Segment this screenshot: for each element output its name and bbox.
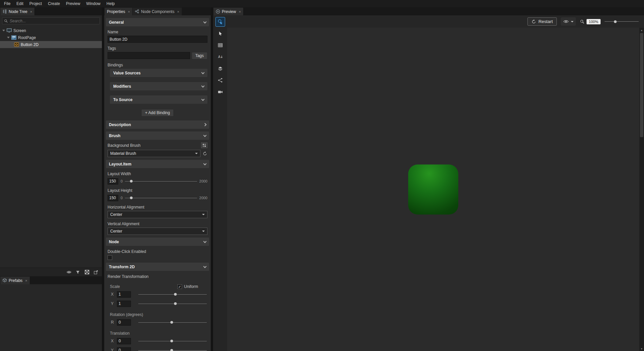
filter-funnel-icon[interactable]	[75, 269, 81, 275]
slider-thumb[interactable]	[170, 349, 173, 351]
tab-prefabs[interactable]: Prefabs ×	[0, 277, 30, 284]
tab-prefabs-close-icon[interactable]: ×	[25, 279, 27, 283]
section-transform-2d[interactable]: Transform 2D	[106, 263, 209, 271]
menu-item-window[interactable]: Window	[83, 0, 104, 7]
rotation-row: R	[111, 318, 207, 326]
scale-x-slider[interactable]	[138, 292, 207, 296]
tree-item-screen[interactable]: Screen	[0, 27, 102, 34]
layout-width-input[interactable]	[108, 178, 118, 185]
translation-x-input[interactable]	[117, 338, 131, 344]
search-input[interactable]	[10, 19, 98, 23]
scale-x-input[interactable]	[117, 291, 131, 298]
preview-canvas[interactable]	[227, 28, 639, 351]
visibility-options-button[interactable]	[561, 17, 576, 26]
checkerboard-icon[interactable]	[84, 269, 90, 275]
group-modifiers[interactable]: Modifiers	[110, 82, 207, 90]
scroll-up-icon[interactable]: ▲	[639, 28, 644, 32]
tab-node-tree[interactable]: Node Tree ×	[0, 8, 34, 15]
zoom-level-value[interactable]: 100%	[587, 19, 601, 24]
slider-thumb[interactable]	[170, 321, 173, 324]
camera-tool[interactable]	[216, 87, 225, 96]
interact-tool[interactable]	[216, 17, 225, 26]
menu-item-help[interactable]: Help	[104, 0, 118, 7]
tree-item-rootpage[interactable]: RootPage	[0, 34, 102, 41]
section-layout-item[interactable]: Layout.Item	[106, 160, 209, 168]
vertical-alignment-dropdown[interactable]: Center	[108, 228, 207, 235]
panel-splitter[interactable]	[211, 7, 213, 351]
zoom-controls: 100%	[580, 19, 601, 24]
add-binding-button[interactable]: + Add Binding	[141, 109, 173, 116]
layout-width-label: Layout Width	[108, 171, 207, 176]
horizontal-alignment-dropdown[interactable]: Center	[108, 211, 207, 218]
translation-x-slider[interactable]	[138, 339, 207, 343]
grid-tool[interactable]	[216, 41, 225, 50]
tab-node-components[interactable]: Node Components ×	[133, 8, 182, 15]
rotation-label: Rotation (degrees)	[110, 312, 207, 317]
slider-thumb[interactable]	[174, 293, 177, 296]
scroll-down-icon[interactable]: ▼	[639, 346, 644, 351]
layout-width-slider[interactable]	[125, 179, 197, 183]
layout-height-slider-row: 0 2000	[108, 194, 207, 202]
previewed-button-2d[interactable]	[408, 164, 458, 215]
section-general[interactable]: General	[106, 18, 209, 26]
expander-icon[interactable]	[7, 37, 10, 38]
visibility-eye-icon[interactable]	[66, 269, 72, 275]
double-click-enabled-checkbox[interactable]	[108, 255, 112, 260]
menu-item-edit[interactable]: Edit	[13, 0, 26, 7]
brush-reset-icon[interactable]	[202, 151, 207, 156]
section-brush[interactable]: Brush	[106, 131, 209, 140]
menu-item-preview[interactable]: Preview	[63, 0, 83, 7]
scale-y-input[interactable]	[117, 301, 131, 307]
slider-thumb[interactable]	[130, 180, 133, 183]
panel-splitter[interactable]	[102, 7, 104, 351]
text-tool[interactable]: A	[216, 52, 225, 61]
node-connections-tool[interactable]	[216, 76, 225, 85]
tab-node-tree-close-icon[interactable]: ×	[30, 10, 32, 14]
slider-thumb[interactable]	[130, 197, 133, 199]
tags-input[interactable]	[108, 52, 190, 59]
zoom-slider[interactable]	[605, 19, 639, 24]
group-to-source[interactable]: To Source	[110, 95, 207, 104]
slider-thumb[interactable]	[174, 302, 177, 305]
section-description[interactable]: Description	[106, 120, 209, 129]
select-tool[interactable]	[216, 29, 225, 38]
menu-item-create[interactable]: Create	[45, 0, 63, 7]
group-value-sources[interactable]: Value Sources	[110, 69, 207, 77]
tab-properties[interactable]: Properties ×	[105, 8, 132, 15]
translation-y-input[interactable]	[117, 347, 131, 351]
translation-y-row: Y	[111, 346, 207, 351]
section-node[interactable]: Node	[106, 238, 209, 246]
preview-vertical-scrollbar[interactable]: ▲ ▼	[639, 28, 644, 351]
slider-thumb[interactable]	[170, 340, 173, 342]
zoom-slider-thumb[interactable]	[614, 20, 617, 23]
menu-item-project[interactable]: Project	[26, 0, 45, 7]
name-input[interactable]	[108, 36, 207, 43]
node-tree-search[interactable]	[2, 17, 100, 24]
background-brush-dropdown[interactable]: Material Brush	[108, 150, 200, 157]
chevron-down-icon	[201, 71, 205, 74]
chevron-right-icon	[203, 123, 207, 126]
rotation-slider[interactable]	[138, 320, 207, 324]
tree-item-button2d[interactable]: Button 2D	[0, 41, 102, 48]
layout-height-slider[interactable]	[125, 196, 197, 200]
translation-y-slider[interactable]	[138, 348, 207, 351]
brush-picker-icon[interactable]	[201, 142, 207, 148]
tab-properties-close-icon[interactable]: ×	[128, 10, 130, 14]
tab-preview-close-icon[interactable]: ×	[239, 10, 241, 14]
scrollbar-thumb[interactable]	[640, 33, 643, 137]
expander-icon[interactable]	[2, 30, 5, 31]
tab-preview[interactable]: Preview ×	[213, 8, 243, 15]
zoom-magnifier-icon[interactable]	[580, 19, 585, 24]
section-node-title: Node	[109, 240, 119, 244]
uniform-checkbox[interactable]: ✓	[177, 284, 182, 289]
restart-button[interactable]: Restart	[527, 17, 557, 26]
tags-button[interactable]: Tags	[192, 52, 207, 59]
export-frame-icon[interactable]	[93, 269, 99, 275]
menu-item-file[interactable]: File	[1, 0, 13, 7]
rotation-input[interactable]	[117, 319, 131, 326]
button2d-icon	[14, 42, 19, 47]
layout-height-input[interactable]	[108, 195, 118, 201]
scale-y-slider[interactable]	[138, 302, 207, 306]
layers-tool[interactable]	[216, 64, 225, 73]
tab-node-components-close-icon[interactable]: ×	[177, 10, 179, 14]
